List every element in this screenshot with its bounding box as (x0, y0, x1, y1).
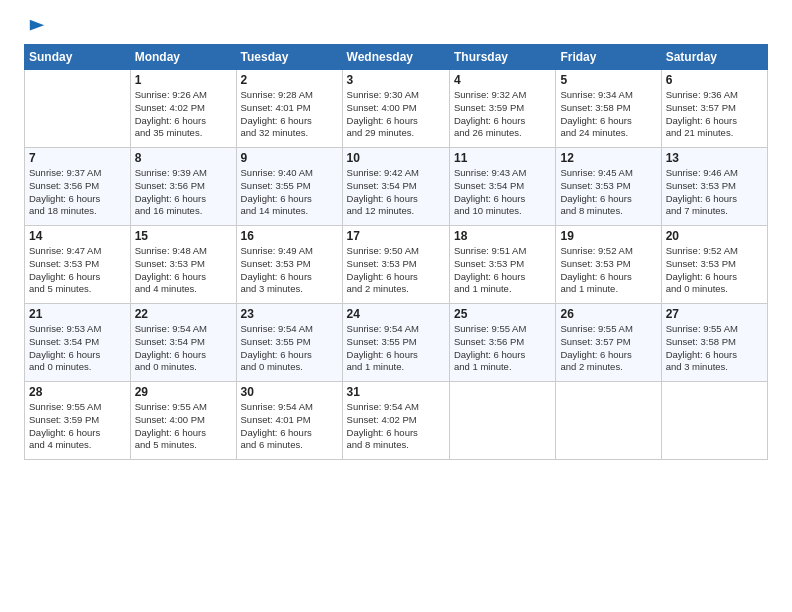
day-number: 12 (560, 151, 656, 165)
day-number: 22 (135, 307, 232, 321)
day-info: Sunrise: 9:54 AM Sunset: 3:54 PM Dayligh… (135, 323, 232, 374)
svg-marker-0 (30, 20, 44, 31)
day-number: 21 (29, 307, 126, 321)
day-info: Sunrise: 9:53 AM Sunset: 3:54 PM Dayligh… (29, 323, 126, 374)
day-info: Sunrise: 9:47 AM Sunset: 3:53 PM Dayligh… (29, 245, 126, 296)
calendar-week-row: 1Sunrise: 9:26 AM Sunset: 4:02 PM Daylig… (25, 70, 768, 148)
calendar-header-row: SundayMondayTuesdayWednesdayThursdayFrid… (25, 45, 768, 70)
calendar-cell: 28Sunrise: 9:55 AM Sunset: 3:59 PM Dayli… (25, 382, 131, 460)
day-number: 15 (135, 229, 232, 243)
day-number: 8 (135, 151, 232, 165)
calendar-cell: 20Sunrise: 9:52 AM Sunset: 3:53 PM Dayli… (661, 226, 767, 304)
weekday-header: Thursday (449, 45, 555, 70)
day-number: 2 (241, 73, 338, 87)
day-info: Sunrise: 9:28 AM Sunset: 4:01 PM Dayligh… (241, 89, 338, 140)
day-number: 5 (560, 73, 656, 87)
day-info: Sunrise: 9:39 AM Sunset: 3:56 PM Dayligh… (135, 167, 232, 218)
day-info: Sunrise: 9:42 AM Sunset: 3:54 PM Dayligh… (347, 167, 445, 218)
calendar-cell: 8Sunrise: 9:39 AM Sunset: 3:56 PM Daylig… (130, 148, 236, 226)
day-info: Sunrise: 9:32 AM Sunset: 3:59 PM Dayligh… (454, 89, 551, 140)
weekday-header: Friday (556, 45, 661, 70)
calendar-cell: 10Sunrise: 9:42 AM Sunset: 3:54 PM Dayli… (342, 148, 449, 226)
calendar-cell (661, 382, 767, 460)
calendar-week-row: 14Sunrise: 9:47 AM Sunset: 3:53 PM Dayli… (25, 226, 768, 304)
weekday-header: Sunday (25, 45, 131, 70)
day-number: 16 (241, 229, 338, 243)
calendar-cell: 16Sunrise: 9:49 AM Sunset: 3:53 PM Dayli… (236, 226, 342, 304)
logo (24, 20, 46, 34)
calendar-cell: 23Sunrise: 9:54 AM Sunset: 3:55 PM Dayli… (236, 304, 342, 382)
calendar-cell: 30Sunrise: 9:54 AM Sunset: 4:01 PM Dayli… (236, 382, 342, 460)
day-number: 27 (666, 307, 763, 321)
day-info: Sunrise: 9:45 AM Sunset: 3:53 PM Dayligh… (560, 167, 656, 218)
day-number: 31 (347, 385, 445, 399)
day-info: Sunrise: 9:49 AM Sunset: 3:53 PM Dayligh… (241, 245, 338, 296)
calendar-cell: 31Sunrise: 9:54 AM Sunset: 4:02 PM Dayli… (342, 382, 449, 460)
calendar-cell: 1Sunrise: 9:26 AM Sunset: 4:02 PM Daylig… (130, 70, 236, 148)
day-info: Sunrise: 9:54 AM Sunset: 3:55 PM Dayligh… (347, 323, 445, 374)
day-number: 10 (347, 151, 445, 165)
calendar-cell: 26Sunrise: 9:55 AM Sunset: 3:57 PM Dayli… (556, 304, 661, 382)
day-info: Sunrise: 9:48 AM Sunset: 3:53 PM Dayligh… (135, 245, 232, 296)
day-number: 7 (29, 151, 126, 165)
calendar-cell: 21Sunrise: 9:53 AM Sunset: 3:54 PM Dayli… (25, 304, 131, 382)
calendar-cell: 4Sunrise: 9:32 AM Sunset: 3:59 PM Daylig… (449, 70, 555, 148)
calendar-cell: 3Sunrise: 9:30 AM Sunset: 4:00 PM Daylig… (342, 70, 449, 148)
day-number: 19 (560, 229, 656, 243)
logo-flag-icon (28, 18, 46, 36)
calendar-cell: 25Sunrise: 9:55 AM Sunset: 3:56 PM Dayli… (449, 304, 555, 382)
day-info: Sunrise: 9:40 AM Sunset: 3:55 PM Dayligh… (241, 167, 338, 218)
calendar-cell: 15Sunrise: 9:48 AM Sunset: 3:53 PM Dayli… (130, 226, 236, 304)
day-info: Sunrise: 9:37 AM Sunset: 3:56 PM Dayligh… (29, 167, 126, 218)
page: SundayMondayTuesdayWednesdayThursdayFrid… (0, 0, 792, 612)
calendar-cell: 12Sunrise: 9:45 AM Sunset: 3:53 PM Dayli… (556, 148, 661, 226)
day-info: Sunrise: 9:51 AM Sunset: 3:53 PM Dayligh… (454, 245, 551, 296)
calendar-cell: 9Sunrise: 9:40 AM Sunset: 3:55 PM Daylig… (236, 148, 342, 226)
day-number: 29 (135, 385, 232, 399)
weekday-header: Monday (130, 45, 236, 70)
calendar-cell (25, 70, 131, 148)
day-info: Sunrise: 9:34 AM Sunset: 3:58 PM Dayligh… (560, 89, 656, 140)
day-number: 1 (135, 73, 232, 87)
day-info: Sunrise: 9:55 AM Sunset: 3:57 PM Dayligh… (560, 323, 656, 374)
weekday-header: Wednesday (342, 45, 449, 70)
calendar-cell: 14Sunrise: 9:47 AM Sunset: 3:53 PM Dayli… (25, 226, 131, 304)
day-info: Sunrise: 9:55 AM Sunset: 3:58 PM Dayligh… (666, 323, 763, 374)
day-number: 20 (666, 229, 763, 243)
day-number: 3 (347, 73, 445, 87)
day-number: 30 (241, 385, 338, 399)
day-info: Sunrise: 9:46 AM Sunset: 3:53 PM Dayligh… (666, 167, 763, 218)
day-number: 14 (29, 229, 126, 243)
calendar-cell: 6Sunrise: 9:36 AM Sunset: 3:57 PM Daylig… (661, 70, 767, 148)
calendar-cell (449, 382, 555, 460)
day-info: Sunrise: 9:55 AM Sunset: 4:00 PM Dayligh… (135, 401, 232, 452)
day-info: Sunrise: 9:52 AM Sunset: 3:53 PM Dayligh… (560, 245, 656, 296)
calendar-cell: 29Sunrise: 9:55 AM Sunset: 4:00 PM Dayli… (130, 382, 236, 460)
day-info: Sunrise: 9:26 AM Sunset: 4:02 PM Dayligh… (135, 89, 232, 140)
day-number: 24 (347, 307, 445, 321)
day-number: 11 (454, 151, 551, 165)
day-number: 26 (560, 307, 656, 321)
calendar-cell: 7Sunrise: 9:37 AM Sunset: 3:56 PM Daylig… (25, 148, 131, 226)
day-number: 28 (29, 385, 126, 399)
day-number: 18 (454, 229, 551, 243)
header (24, 20, 768, 34)
day-info: Sunrise: 9:55 AM Sunset: 3:59 PM Dayligh… (29, 401, 126, 452)
calendar-table: SundayMondayTuesdayWednesdayThursdayFrid… (24, 44, 768, 460)
calendar-cell (556, 382, 661, 460)
calendar-cell: 24Sunrise: 9:54 AM Sunset: 3:55 PM Dayli… (342, 304, 449, 382)
calendar-week-row: 7Sunrise: 9:37 AM Sunset: 3:56 PM Daylig… (25, 148, 768, 226)
day-info: Sunrise: 9:50 AM Sunset: 3:53 PM Dayligh… (347, 245, 445, 296)
day-info: Sunrise: 9:55 AM Sunset: 3:56 PM Dayligh… (454, 323, 551, 374)
calendar-cell: 18Sunrise: 9:51 AM Sunset: 3:53 PM Dayli… (449, 226, 555, 304)
calendar-week-row: 28Sunrise: 9:55 AM Sunset: 3:59 PM Dayli… (25, 382, 768, 460)
day-number: 13 (666, 151, 763, 165)
calendar-cell: 19Sunrise: 9:52 AM Sunset: 3:53 PM Dayli… (556, 226, 661, 304)
calendar-cell: 17Sunrise: 9:50 AM Sunset: 3:53 PM Dayli… (342, 226, 449, 304)
day-info: Sunrise: 9:54 AM Sunset: 4:01 PM Dayligh… (241, 401, 338, 452)
day-number: 25 (454, 307, 551, 321)
day-number: 4 (454, 73, 551, 87)
day-number: 23 (241, 307, 338, 321)
calendar-cell: 22Sunrise: 9:54 AM Sunset: 3:54 PM Dayli… (130, 304, 236, 382)
calendar-cell: 11Sunrise: 9:43 AM Sunset: 3:54 PM Dayli… (449, 148, 555, 226)
